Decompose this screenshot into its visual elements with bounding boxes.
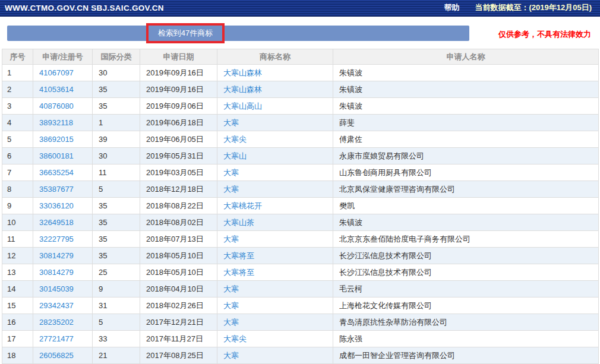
registration-number-link[interactable]: 38692015: [39, 135, 74, 144]
registration-number-link[interactable]: 38600181: [39, 151, 74, 160]
cell-apply-date: 2018年02月26日: [140, 297, 217, 314]
table-row: 340876080352019年09月06日大寒山高山朱镇波: [2, 98, 599, 115]
cell-index: 5: [2, 131, 33, 148]
cell-trademark-name: 大寒: [217, 281, 333, 297]
registration-number-link[interactable]: 29342437: [39, 301, 74, 310]
header-apply-date: 申请日期: [140, 49, 217, 65]
cell-index: 16: [2, 314, 33, 331]
cell-applicant-name: 樊凯: [333, 198, 599, 214]
trademark-name-link[interactable]: 大寒: [223, 301, 239, 310]
result-count-button[interactable]: 检索到47件商标: [146, 23, 225, 43]
cell-applicant-name: 北京凤保堂健康管理咨询有限公司: [333, 181, 599, 198]
cell-applicant-name: 成都一田智企业管理咨询有限公司: [333, 347, 599, 364]
trademark-name-link[interactable]: 大寒: [223, 168, 239, 177]
registration-number-link[interactable]: 36635254: [39, 168, 74, 177]
registration-number-link[interactable]: 28235202: [39, 318, 74, 327]
trademark-name-link[interactable]: 大寒山森林: [223, 85, 262, 94]
cell-applicant-name: 朱镇波: [333, 65, 599, 81]
registration-number-link[interactable]: 26056825: [39, 351, 74, 360]
trademark-name-link[interactable]: 大寒尖: [223, 135, 247, 144]
cell-intl-class: 33: [93, 331, 140, 347]
registration-number-link[interactable]: 32649518: [39, 218, 74, 227]
trademark-name-link[interactable]: 大寒将至: [223, 268, 254, 277]
registration-number-link[interactable]: 41053614: [39, 85, 74, 94]
cell-trademark-name: 大寒将至: [217, 248, 333, 264]
results-table-wrap: 序号 申请/注册号 国际分类 申请日期 商标名称 申请人名称 141067097…: [0, 46, 600, 364]
cell-registration-number: 35387677: [33, 181, 93, 198]
cell-intl-class: 30: [93, 65, 140, 81]
trademark-name-link[interactable]: 大寒桃花开: [223, 201, 262, 210]
cell-registration-number: 30814279: [33, 248, 93, 264]
cell-intl-class: 11: [93, 164, 140, 181]
trademark-name-link[interactable]: 大寒: [223, 235, 239, 243]
cell-index: 13: [2, 264, 33, 281]
cell-registration-number: 30145039: [33, 281, 93, 297]
registration-number-link[interactable]: 27721477: [39, 334, 74, 343]
cell-registration-number: 32227795: [33, 231, 93, 248]
cell-applicant-name: 薛斐: [333, 115, 599, 131]
registration-number-link[interactable]: 30814279: [39, 268, 74, 277]
cell-trademark-name: 大寒: [217, 297, 333, 314]
trademark-name-link[interactable]: 大寒山: [223, 151, 247, 160]
cell-index: 6: [2, 148, 33, 164]
result-banner-zone: 检索到47件商标 仅供参考，不具有法律效力: [0, 17, 600, 46]
trademark-name-link[interactable]: 大寒: [223, 318, 239, 327]
table-row: 1727721477332017年11月27日大寒尖陈永强: [2, 331, 599, 347]
registration-number-link[interactable]: 32227795: [39, 235, 74, 243]
data-cutoff-text: 当前数据截至：(2019年12月05日): [475, 2, 592, 13]
cell-intl-class: 39: [93, 131, 140, 148]
table-row: 1032649518352018年08月02日大寒山茶朱镇波: [2, 214, 599, 231]
cell-apply-date: 2018年04月10日: [140, 281, 217, 297]
table-row: 1230814279352018年05月10日大寒将至长沙江泓信息技术有限公司: [2, 248, 599, 264]
cell-registration-number: 36635254: [33, 164, 93, 181]
cell-applicant-name: 青岛清原抗性杂草防治有限公司: [333, 314, 599, 331]
trademark-name-link[interactable]: 大寒: [223, 351, 239, 360]
cell-intl-class: 30: [93, 148, 140, 164]
trademark-name-link[interactable]: 大寒尖: [223, 334, 247, 343]
cell-applicant-name: 永康市度娘贸易有限公司: [333, 148, 599, 164]
cell-trademark-name: 大寒尖: [217, 331, 333, 347]
cell-apply-date: 2019年06月18日: [140, 115, 217, 131]
cell-applicant-name: 傅肃佐: [333, 131, 599, 148]
registration-number-link[interactable]: 33036120: [39, 201, 74, 210]
cell-apply-date: 2018年07月13日: [140, 231, 217, 248]
cell-registration-number: 30814279: [33, 264, 93, 281]
cell-apply-date: 2017年08月25日: [140, 347, 217, 364]
registration-number-link[interactable]: 40876080: [39, 102, 74, 110]
table-row: 538692015392019年06月05日大寒尖傅肃佐: [2, 131, 599, 148]
cell-intl-class: 35: [93, 81, 140, 98]
table-row: 1132227795352018年07月13日大寒北京京东叁佰陆拾度电子商务有限…: [2, 231, 599, 248]
registration-number-link[interactable]: 35387677: [39, 185, 74, 194]
cell-intl-class: 35: [93, 248, 140, 264]
trademark-name-link[interactable]: 大寒山森林: [223, 68, 262, 77]
result-count-label: 检索到47件商标: [158, 28, 213, 39]
cell-applicant-name: 朱镇波: [333, 214, 599, 231]
cell-trademark-name: 大寒将至: [217, 264, 333, 281]
trademark-name-link[interactable]: 大寒: [223, 185, 239, 194]
table-row: 1330814279252018年05月10日大寒将至长沙江泓信息技术有限公司: [2, 264, 599, 281]
registration-number-link[interactable]: 30145039: [39, 284, 74, 293]
trademark-name-link[interactable]: 大寒山高山: [223, 102, 262, 110]
registration-number-link[interactable]: 41067097: [39, 68, 74, 77]
site-title: WWW.CTMO.GOV.CN SBJ.SAIC.GOV.CN: [5, 4, 164, 12]
trademark-name-link[interactable]: 大寒将至: [223, 251, 254, 260]
help-link[interactable]: 帮助: [444, 2, 460, 13]
cell-apply-date: 2019年09月16日: [140, 65, 217, 81]
result-banner-bar: [7, 26, 469, 41]
cell-trademark-name: 大寒: [217, 181, 333, 198]
cell-registration-number: 32649518: [33, 214, 93, 231]
cell-registration-number: 33036120: [33, 198, 93, 214]
cell-intl-class: 1: [93, 115, 140, 131]
trademark-name-link[interactable]: 大寒: [223, 284, 239, 293]
trademark-name-link[interactable]: 大寒山茶: [223, 218, 254, 227]
table-row: 1529342437312018年02月26日大寒上海枪花文化传媒有限公司: [2, 297, 599, 314]
cell-intl-class: 35: [93, 214, 140, 231]
registration-number-link[interactable]: 38932118: [39, 118, 73, 127]
cell-intl-class: 9: [93, 281, 140, 297]
cell-registration-number: 41053614: [33, 81, 93, 98]
cell-apply-date: 2018年05月10日: [140, 248, 217, 264]
registration-number-link[interactable]: 30814279: [39, 251, 74, 260]
trademark-name-link[interactable]: 大寒: [223, 118, 239, 127]
cell-trademark-name: 大寒: [217, 115, 333, 131]
cell-apply-date: 2019年09月06日: [140, 98, 217, 115]
